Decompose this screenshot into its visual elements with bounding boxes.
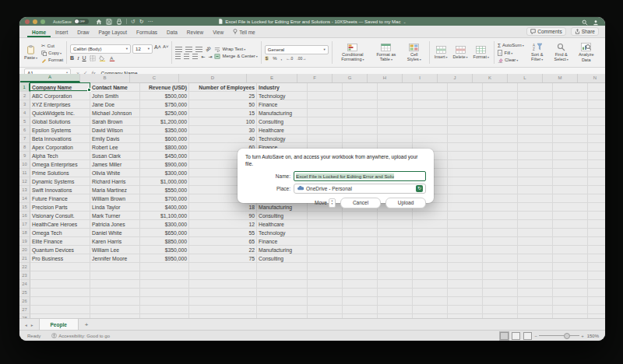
format-painter-button[interactable]: Format — [41, 58, 63, 63]
cell-D4[interactable]: 15 — [189, 109, 257, 117]
cell-C12[interactable]: $1,000,000 — [140, 177, 189, 186]
cell-H20[interactable] — [378, 246, 413, 254]
cell-C14[interactable]: $700,000 — [140, 194, 189, 203]
cell-L3[interactable] — [518, 100, 553, 109]
cell-K13[interactable] — [483, 186, 518, 194]
cell-J16[interactable] — [448, 212, 483, 220]
cell-H23[interactable] — [378, 271, 413, 280]
cell-G20[interactable] — [343, 246, 378, 254]
cell-L27[interactable] — [518, 306, 553, 314]
cell-styles-button[interactable]: Cell Styles — [403, 44, 426, 62]
align-middle-icon[interactable] — [185, 47, 192, 52]
cell-D7[interactable]: 40 — [189, 135, 257, 143]
cell-M1[interactable] — [553, 83, 588, 92]
cell-K20[interactable] — [483, 246, 518, 254]
cell-J11[interactable] — [448, 169, 483, 177]
cell-G5[interactable] — [343, 117, 378, 126]
cell-B4[interactable]: Michael Johnson — [90, 109, 140, 117]
cell-J6[interactable] — [448, 126, 483, 135]
sheet-tab-people[interactable]: People — [39, 319, 79, 331]
tab-review[interactable]: Review — [182, 30, 208, 37]
cell-L13[interactable] — [518, 186, 553, 194]
comma-button[interactable]: , — [281, 56, 283, 61]
cell-M10[interactable] — [553, 160, 588, 169]
cell-K12[interactable] — [483, 177, 518, 186]
cell-B10[interactable]: James Miller — [90, 160, 140, 169]
analyze-data-button[interactable]: Analyze Data — [575, 43, 598, 62]
cell-N23[interactable] — [588, 271, 605, 280]
cell-C1[interactable]: Revenue (USD) — [140, 83, 189, 92]
underline-button[interactable]: U — [83, 55, 86, 61]
cell-I20[interactable] — [413, 246, 448, 254]
cell-A20[interactable]: Quantum Devices — [30, 246, 90, 254]
cell-E25[interactable] — [257, 289, 308, 297]
cell-E18[interactable]: Technology — [257, 229, 308, 237]
row-header-1[interactable]: 1 — [19, 83, 30, 92]
cell-F25[interactable] — [308, 289, 343, 297]
cell-A1[interactable]: Company Name — [30, 83, 90, 92]
cell-D27[interactable] — [189, 306, 257, 314]
autosum-button[interactable]: ΣAutoSum — [498, 43, 524, 48]
cell-F22[interactable] — [308, 263, 343, 271]
zoom-out-icon[interactable]: − — [535, 334, 538, 338]
cell-F5[interactable] — [308, 117, 343, 126]
row-header-12[interactable]: 12 — [19, 177, 30, 186]
cell-C11[interactable]: $300,000 — [140, 169, 189, 177]
cell-M5[interactable] — [553, 117, 588, 126]
increase-decimal-icon[interactable]: ←.0 — [286, 56, 293, 61]
align-top-icon[interactable] — [175, 47, 182, 52]
cell-E17[interactable]: Healthcare — [257, 220, 308, 229]
cell-C15[interactable]: $400,000 — [140, 203, 189, 212]
cell-I4[interactable] — [413, 109, 448, 117]
cell-L9[interactable] — [518, 152, 553, 160]
cell-H27[interactable] — [378, 306, 413, 314]
cell-M18[interactable] — [553, 229, 588, 237]
cell-A3[interactable]: XYZ Enterprises — [30, 100, 90, 109]
orientation-icon[interactable]: ab — [205, 46, 212, 53]
tab-view[interactable]: View — [208, 30, 228, 37]
row-header-16[interactable]: 16 — [19, 212, 30, 220]
cell-M16[interactable] — [553, 212, 588, 220]
autosave-toggle[interactable]: OFF — [74, 19, 89, 24]
cell-B25[interactable] — [90, 289, 140, 297]
row-header-26[interactable]: 26 — [19, 297, 30, 306]
cell-A7[interactable]: Beta Innovations — [30, 135, 90, 143]
cell-C19[interactable]: $850,000 — [140, 237, 189, 246]
cell-J5[interactable] — [448, 117, 483, 126]
cell-N11[interactable] — [588, 169, 605, 177]
column-header-k[interactable]: K — [473, 74, 508, 82]
cell-C10[interactable]: $900,000 — [140, 160, 189, 169]
name-field[interactable]: Excel File is Locked for Editing Error a… — [294, 171, 426, 181]
cell-N22[interactable] — [588, 263, 605, 271]
cell-L14[interactable] — [518, 194, 553, 203]
row-header-25[interactable]: 25 — [19, 289, 30, 297]
cell-C27[interactable] — [140, 306, 189, 314]
cell-G2[interactable] — [343, 92, 378, 100]
cell-F27[interactable] — [308, 306, 343, 314]
column-header-a[interactable]: A — [20, 74, 80, 82]
row-header-22[interactable]: 22 — [19, 263, 30, 271]
cell-N4[interactable] — [588, 109, 605, 117]
cell-C6[interactable]: $350,000 — [140, 126, 189, 135]
cell-B13[interactable]: Maria Martinez — [90, 186, 140, 194]
cell-J24[interactable] — [448, 280, 483, 289]
cell-F24[interactable] — [308, 280, 343, 289]
cell-L10[interactable] — [518, 160, 553, 169]
zoom-knob[interactable] — [564, 333, 570, 339]
cell-H17[interactable] — [378, 220, 413, 229]
cell-N24[interactable] — [588, 280, 605, 289]
page-layout-view-icon[interactable] — [512, 332, 520, 340]
cell-A14[interactable]: Future Finance — [30, 194, 90, 203]
share-button[interactable]: Share — [571, 27, 599, 36]
cell-E23[interactable] — [257, 271, 308, 280]
cell-D19[interactable]: 65 — [189, 237, 257, 246]
align-bottom-icon[interactable] — [195, 47, 202, 52]
cell-E5[interactable]: Consulting — [257, 117, 308, 126]
delete-cells-button[interactable]: Delete — [452, 46, 470, 60]
cell-N20[interactable] — [588, 246, 605, 254]
column-header-d[interactable]: D — [179, 74, 247, 82]
cell-H7[interactable] — [378, 135, 413, 143]
zoom-in-icon[interactable]: + — [581, 334, 584, 338]
cell-A27[interactable] — [30, 306, 90, 314]
cell-N7[interactable] — [588, 135, 605, 143]
